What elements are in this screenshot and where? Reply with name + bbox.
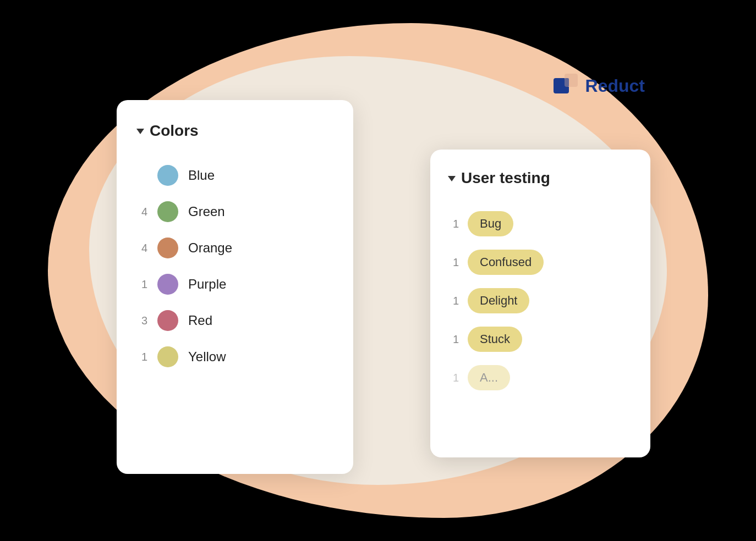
color-swatch <box>157 238 178 258</box>
inner-blob: Reduct Colors Blue 4 Green 4 <box>89 56 667 485</box>
list-item: 4 Orange <box>136 230 333 266</box>
item-count: 1 <box>448 295 459 307</box>
reduct-name: Reduct <box>585 76 645 96</box>
color-swatch <box>157 310 178 331</box>
list-item: 1 Delight <box>448 281 633 320</box>
item-count: 1 <box>448 372 459 384</box>
color-label: Yellow <box>188 349 226 365</box>
item-count: 3 <box>136 314 147 327</box>
tag-badge: Delight <box>468 288 529 313</box>
list-item: 1 Purple <box>136 266 333 302</box>
item-count: 1 <box>136 278 147 291</box>
reduct-icon <box>554 73 580 99</box>
colors-title: Colors <box>150 122 199 140</box>
reduct-logo: Reduct <box>554 73 645 99</box>
colors-header: Colors <box>136 122 333 140</box>
tag-badge: Bug <box>468 211 513 236</box>
tag-badge: Stuck <box>468 327 522 352</box>
color-label: Red <box>188 313 212 328</box>
color-swatch <box>157 201 178 222</box>
item-count: 1 <box>448 333 459 346</box>
list-item: Blue <box>136 157 333 194</box>
color-swatch <box>157 346 178 367</box>
colors-card: Colors Blue 4 Green 4 Orange <box>117 100 353 474</box>
color-label: Green <box>188 204 225 219</box>
user-testing-card: User testing 1 Bug 1 Confused 1 Delight … <box>430 150 650 457</box>
user-testing-title: User testing <box>461 169 550 187</box>
list-item: 4 Green <box>136 194 333 230</box>
color-swatch <box>157 274 178 295</box>
color-label: Orange <box>188 240 232 256</box>
color-label: Purple <box>188 277 226 292</box>
item-count: 4 <box>136 242 147 255</box>
colors-chevron-icon <box>136 129 144 134</box>
list-item: 1 Bug <box>448 205 633 243</box>
item-count: 4 <box>136 206 147 218</box>
list-item: 1 Yellow <box>136 339 333 375</box>
list-item: 1 A... <box>448 358 633 397</box>
tag-badge: A... <box>468 365 510 390</box>
outer-blob: Reduct Colors Blue 4 Green 4 <box>48 23 708 518</box>
list-item: 1 Stuck <box>448 320 633 358</box>
item-count: 1 <box>136 351 147 363</box>
tag-badge: Confused <box>468 250 544 275</box>
item-count: 1 <box>448 256 459 269</box>
item-count: 1 <box>448 218 459 230</box>
user-testing-header: User testing <box>448 169 633 187</box>
color-label: Blue <box>188 168 215 183</box>
list-item: 3 Red <box>136 302 333 339</box>
user-testing-chevron-icon <box>448 176 456 181</box>
list-item: 1 Confused <box>448 243 633 281</box>
color-swatch <box>157 165 178 186</box>
svg-rect-2 <box>565 78 569 87</box>
